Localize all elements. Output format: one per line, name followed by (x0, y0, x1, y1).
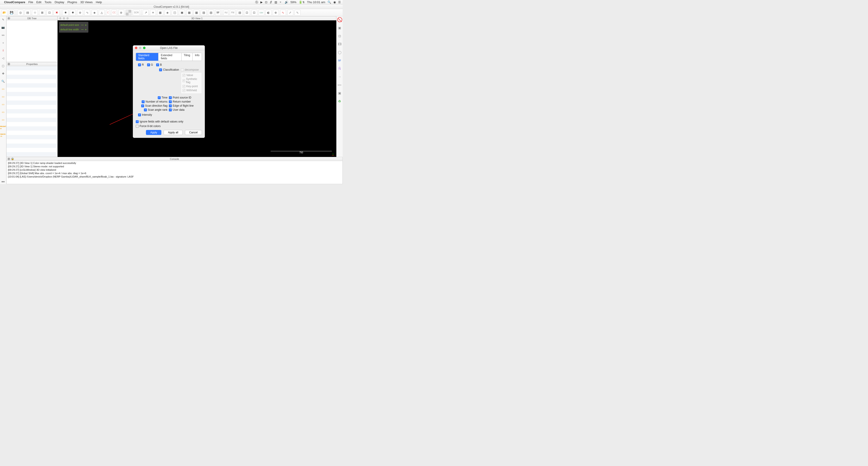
close-icon[interactable]: × (7, 63, 10, 65)
left-tool[interactable]: 📷 (1, 25, 6, 30)
left-tool[interactable]: ▭ (1, 87, 6, 92)
right-tool[interactable]: 🎞 (337, 42, 342, 47)
tool-btn[interactable]: ⊕ (273, 10, 279, 15)
tool-kd[interactable]: Kd (223, 10, 228, 15)
tool-delete[interactable]: ✖ (54, 10, 60, 15)
tab-info[interactable]: Info (193, 53, 202, 61)
left-tool[interactable]: ✎ (1, 17, 6, 22)
tool-btn[interactable]: ▦ (193, 10, 199, 15)
tool-btn[interactable]: ▨ (201, 10, 207, 15)
right-tool[interactable]: ▣ (337, 91, 342, 96)
close-icon[interactable]: × (7, 17, 10, 20)
checkbox-pointsource[interactable]: ✓Point source ID (169, 96, 200, 99)
tool-sf[interactable]: SF (215, 10, 220, 15)
menu-file[interactable]: File (28, 0, 33, 4)
checkbox-b[interactable]: ✓B (156, 63, 162, 66)
tool-btn[interactable]: C (106, 10, 110, 15)
list-icon[interactable]: ☰ (338, 0, 341, 4)
tool-fm[interactable]: FM (230, 10, 235, 15)
status-icon[interactable]: ⓢ (255, 0, 258, 4)
tool-btn[interactable]: ⊡ (251, 10, 257, 15)
tool-btn[interactable]: ≡ (150, 10, 156, 15)
checkbox-ignore[interactable]: ✓Ignore fields with default values only (136, 120, 183, 123)
right-tool[interactable]: ▣ (337, 25, 342, 30)
tool-btn[interactable]: ▣ (179, 10, 185, 15)
tool-save[interactable]: 💾 (9, 10, 14, 15)
tool-btn[interactable]: ◐ (266, 10, 272, 15)
siri-icon[interactable]: ◉ (333, 0, 336, 4)
menubar-app[interactable]: CloudCompare (4, 0, 25, 4)
left-tool[interactable]: BACK▭ (1, 133, 6, 138)
lock-icon[interactable]: 🔒 (11, 158, 14, 160)
left-tool[interactable]: ⇩ (1, 48, 6, 53)
tool-btn[interactable]: ↗ (143, 10, 149, 15)
tool-btn[interactable]: ∿ (84, 10, 90, 15)
checkbox-edgeflight[interactable]: ✓Edge of flight line (169, 104, 200, 107)
checkbox-scanangle[interactable]: ✓Scan angle rank (136, 108, 167, 111)
tool-btn[interactable]: ◈ (92, 10, 97, 15)
status-icon[interactable]: ⇵ (270, 0, 272, 4)
menu-tools[interactable]: Tools (44, 0, 52, 4)
right-tool[interactable]: Ñ (337, 66, 342, 71)
dialog-header[interactable]: Open LAS File (133, 45, 205, 51)
tool-btn[interactable]: ✹ (70, 10, 76, 15)
tool-btn[interactable]: ◈ (164, 10, 170, 15)
left-tool[interactable]: ✥ (1, 71, 6, 76)
right-tool[interactable]: ◯ (337, 50, 342, 55)
dbtree-panel[interactable] (6, 21, 58, 62)
tool-sor[interactable]: SOR (133, 10, 140, 15)
decrease-button[interactable]: — (81, 28, 84, 31)
close-icon[interactable]: × (7, 158, 10, 160)
checkbox-force8[interactable]: Force 8-bit colors (136, 125, 161, 128)
menu-edit[interactable]: Edit (36, 0, 41, 4)
tool-open[interactable]: 📂 (1, 10, 7, 15)
tool-btn[interactable]: ◫ (172, 10, 178, 15)
menu-plugins[interactable]: Plugins (67, 0, 77, 4)
checkbox-classification[interactable]: ✓Classification (159, 68, 179, 71)
tool-btn[interactable]: ⤡ (294, 10, 301, 15)
search-icon[interactable]: 🔍 (328, 0, 331, 4)
tool-btn[interactable]: ∿ (280, 10, 286, 15)
decrease-button[interactable]: — (81, 24, 84, 26)
left-tool[interactable]: 1:1 (1, 33, 6, 38)
right-tool[interactable]: ♻ (337, 99, 342, 104)
tab-standard[interactable]: Standard fields (136, 53, 158, 61)
left-tool[interactable]: ●● (1, 179, 6, 184)
tool-btn[interactable]: ⊛ (118, 10, 124, 15)
status-icon[interactable]: ⊡ (265, 0, 268, 4)
clock[interactable]: Thu 10:01 am (307, 0, 325, 4)
tool-btn[interactable]: ▤ (25, 10, 31, 15)
tool-btn[interactable]: ⊹ (32, 10, 38, 15)
menu-3dviews[interactable]: 3D Views (80, 0, 93, 4)
tool-btn[interactable]: ◬ (99, 10, 105, 15)
right-tool[interactable]: ⊡ (337, 34, 342, 38)
console-panel[interactable]: [09:29:27] [3D View 1] Color ramp shader… (6, 161, 343, 184)
status-icon[interactable]: ▥ (275, 0, 277, 4)
right-tool[interactable]: M3C (337, 82, 342, 88)
right-tool[interactable]: → (337, 74, 342, 79)
wifi-icon[interactable]: ᯤ (279, 0, 282, 4)
right-tool[interactable]: SF (337, 58, 342, 63)
checkbox-scandir[interactable]: ✓Scan direction flag (136, 104, 167, 107)
tool-btn[interactable]: ✸ (63, 10, 68, 15)
left-tool[interactable]: ＋ (1, 40, 6, 45)
apply-all-button[interactable]: Apply all (164, 130, 182, 135)
tool-btn[interactable]: CC (111, 10, 117, 15)
tool-btn[interactable]: ⊠ (39, 10, 45, 15)
left-tool[interactable]: 🔍 (1, 79, 6, 84)
tool-btn[interactable] (126, 10, 131, 15)
tool-btn[interactable]: ◎ (18, 10, 23, 15)
left-tool[interactable]: ▭ (1, 94, 6, 99)
left-tool[interactable]: ▢ (1, 63, 6, 68)
status-icon[interactable]: ▶ (260, 0, 263, 4)
left-tool[interactable]: FRONT▭ (1, 125, 6, 130)
increase-button[interactable]: ＋ (85, 28, 87, 31)
checkbox-time[interactable]: ✓Time (136, 96, 167, 99)
tab-extended[interactable]: Extended fields (158, 53, 181, 61)
left-tool[interactable]: ▭ (1, 102, 6, 107)
tool-csv[interactable]: csv (258, 10, 264, 15)
checkbox-r[interactable]: ✓R (138, 63, 144, 66)
tool-btn[interactable]: ⊚ (77, 10, 83, 15)
tab-tiling[interactable]: Tiling (182, 53, 193, 61)
increase-button[interactable]: ＋ (85, 24, 87, 26)
